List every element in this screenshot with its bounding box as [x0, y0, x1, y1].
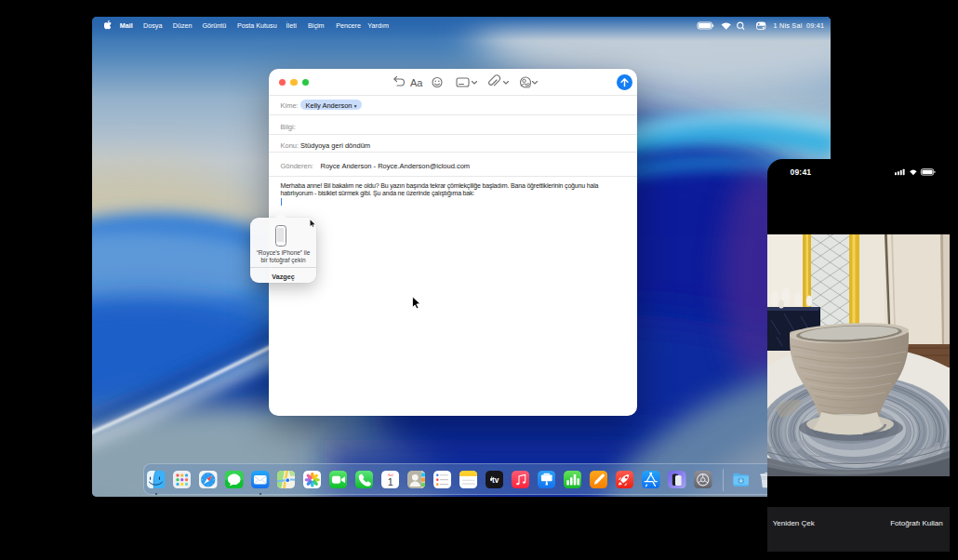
- svg-text:1: 1: [388, 476, 393, 487]
- svg-text:Aa: Aa: [410, 77, 423, 88]
- svg-text:tv: tv: [492, 476, 499, 485]
